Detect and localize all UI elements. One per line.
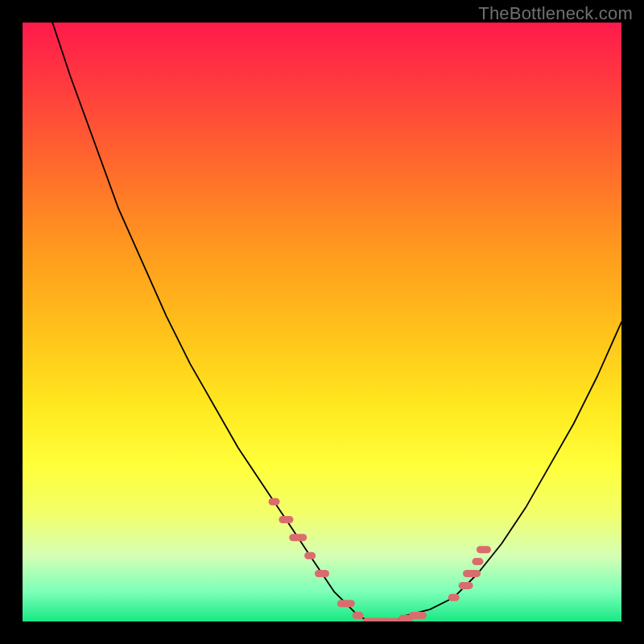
curve-marker — [388, 618, 399, 622]
curve-marker — [448, 594, 460, 601]
curve-marker — [472, 558, 483, 565]
curve-marker — [373, 618, 390, 622]
watermark-text: TheBottleneck.com — [478, 3, 633, 24]
curve-marker — [409, 612, 427, 619]
curve-marker — [289, 534, 307, 541]
marker-layer — [269, 498, 491, 621]
curve-marker — [463, 570, 481, 577]
chart-svg — [23, 23, 621, 621]
curve-marker — [337, 600, 355, 607]
curve-marker — [477, 546, 491, 553]
curve-marker — [315, 570, 329, 577]
chart-stage: TheBottleneck.com — [0, 0, 644, 644]
curve-marker — [353, 612, 364, 619]
curve-marker — [304, 552, 316, 559]
curve-marker — [279, 516, 293, 523]
curve-marker — [459, 582, 473, 589]
bottleneck-curve — [52, 23, 621, 621]
plot-area — [23, 23, 621, 621]
curve-marker — [269, 498, 280, 506]
